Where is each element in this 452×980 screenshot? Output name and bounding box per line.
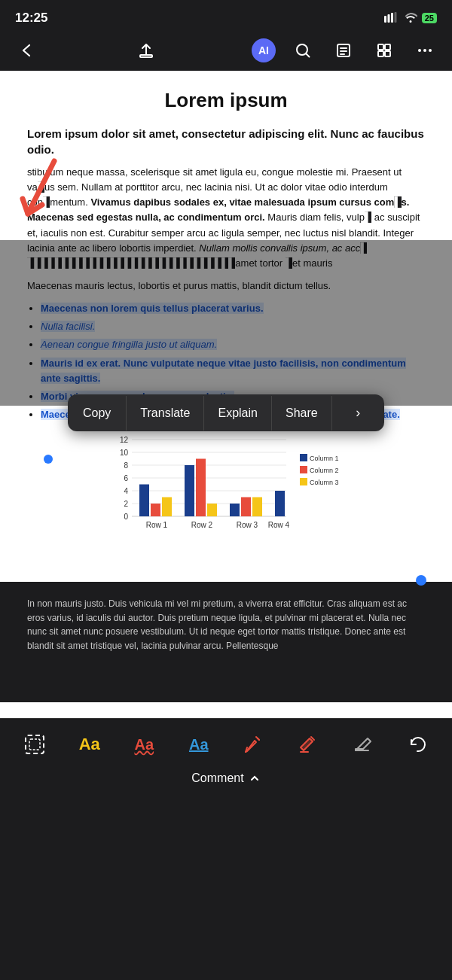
svg-text:Row 2: Row 2 xyxy=(191,521,213,529)
highlighter-tool[interactable] xyxy=(292,728,325,761)
doc-title: Lorem ipsum xyxy=(27,89,425,112)
chart-svg: 12 10 8 6 4 2 0 xyxy=(113,431,339,559)
font-tools-row: Aa Aa Aa xyxy=(8,725,444,767)
toolbar-top: AI xyxy=(0,33,452,71)
share-button[interactable] xyxy=(133,42,160,59)
eraser-tool[interactable] xyxy=(346,728,379,761)
svg-rect-0 xyxy=(384,16,386,23)
svg-rect-45 xyxy=(300,454,307,461)
svg-rect-33 xyxy=(185,465,194,516)
svg-text:Column 3: Column 3 xyxy=(310,479,339,486)
status-time: 12:25 xyxy=(15,11,47,26)
dark-body-text: In non mauris justo. Duis vehicula mi ve… xyxy=(27,597,425,653)
svg-point-15 xyxy=(429,49,432,52)
svg-rect-11 xyxy=(378,51,383,56)
context-share[interactable]: Share xyxy=(272,396,332,431)
pen-icon xyxy=(243,734,264,755)
svg-text:2: 2 xyxy=(124,500,128,508)
back-button[interactable] xyxy=(14,42,41,59)
list-item: Maecenas non lorem quis tellus placerat … xyxy=(41,301,425,316)
font-style-blue[interactable]: Aa xyxy=(182,728,215,761)
svg-rect-34 xyxy=(196,459,206,517)
comment-label: Comment xyxy=(191,772,243,785)
pen-tool[interactable] xyxy=(237,728,270,761)
svg-rect-37 xyxy=(241,498,251,517)
svg-rect-2 xyxy=(391,13,393,23)
context-explain[interactable]: Explain xyxy=(204,396,271,431)
svg-rect-12 xyxy=(385,51,390,56)
svg-point-14 xyxy=(423,49,426,52)
highlighter-icon xyxy=(298,734,319,755)
svg-rect-36 xyxy=(230,504,240,516)
svg-rect-31 xyxy=(151,504,160,516)
doc-body-2: Maecenas mauris lectus, lobortis et puru… xyxy=(27,278,425,294)
svg-text:Column 2: Column 2 xyxy=(310,467,339,474)
svg-rect-49 xyxy=(300,478,307,485)
comment-bar[interactable]: Comment xyxy=(8,767,444,793)
svg-point-13 xyxy=(418,49,421,52)
context-menu: Copy Translate Explain Share › xyxy=(68,394,384,431)
list-item: Nulla facilisi. xyxy=(41,319,425,334)
list-button[interactable] xyxy=(330,42,357,59)
selection-box-icon xyxy=(25,735,44,754)
undo-icon xyxy=(407,734,428,755)
bullet-3-text: Aenean congue fringilla justo ut aliquam… xyxy=(41,339,217,350)
list-item: Mauris id ex erat. Nunc vulputate neque … xyxy=(41,356,425,386)
context-more[interactable]: › xyxy=(332,394,384,431)
svg-rect-47 xyxy=(300,466,307,473)
selection-tool[interactable] xyxy=(18,728,51,761)
battery-level: 25 xyxy=(422,13,437,23)
svg-rect-30 xyxy=(139,485,149,517)
svg-rect-39 xyxy=(275,491,285,516)
svg-rect-9 xyxy=(378,44,383,50)
svg-text:0: 0 xyxy=(124,513,128,521)
svg-text:8: 8 xyxy=(124,461,128,470)
comment-chevron-icon xyxy=(249,772,261,784)
undo-tool[interactable] xyxy=(401,728,434,761)
doc-body-1: stibulum neque massa, scelerisque sit am… xyxy=(27,165,425,271)
context-translate[interactable]: Translate xyxy=(127,396,204,431)
svg-text:12: 12 xyxy=(120,436,129,444)
bullet-1-text: Maecenas non lorem quis tellus placerat … xyxy=(41,303,264,314)
ai-button[interactable]: AI xyxy=(252,38,276,62)
toolbar-icons-right: AI xyxy=(252,38,438,62)
eraser-icon xyxy=(352,734,373,755)
doc-heading: Lorem ipsum dolor sit amet, consectetur … xyxy=(27,126,425,157)
status-icons: 25 xyxy=(384,12,437,25)
svg-rect-1 xyxy=(387,14,389,23)
list-item: Aenean congue fringilla justo ut aliquam… xyxy=(41,337,425,352)
svg-text:6: 6 xyxy=(124,474,128,482)
selection-handle-left[interactable] xyxy=(44,455,53,464)
bullet-2-text: Nulla facilisi. xyxy=(41,321,95,332)
font-blue-label: Aa xyxy=(189,736,209,753)
font-red-label: Aa xyxy=(134,736,154,753)
svg-text:Row 1: Row 1 xyxy=(146,521,168,529)
selection-handle-right[interactable] xyxy=(416,575,426,586)
chart-container: 12 10 8 6 4 2 0 xyxy=(113,431,339,559)
status-bar: 12:25 25 xyxy=(0,0,452,33)
svg-text:Column 1: Column 1 xyxy=(310,455,339,462)
grid-button[interactable] xyxy=(371,42,398,59)
more-button[interactable] xyxy=(411,42,438,59)
font-style-yellow[interactable]: Aa xyxy=(73,728,106,761)
doc-content: Lorem ipsum Lorem ipsum dolor sit amet, … xyxy=(0,71,452,582)
signal-icon xyxy=(384,12,399,25)
svg-text:4: 4 xyxy=(124,487,128,495)
svg-rect-35 xyxy=(207,504,217,516)
document-area: Copy Translate Explain Share › Lorem ips… xyxy=(0,71,452,718)
bullet-4-text: Mauris id ex erat. Nunc vulputate neque … xyxy=(41,358,406,384)
svg-rect-51 xyxy=(29,739,40,750)
svg-rect-10 xyxy=(385,44,390,50)
wifi-icon xyxy=(404,12,417,25)
svg-rect-38 xyxy=(252,498,262,517)
font-yellow-label: Aa xyxy=(79,735,100,754)
svg-rect-3 xyxy=(394,12,396,23)
search-button[interactable] xyxy=(289,42,316,59)
svg-text:Row 3: Row 3 xyxy=(237,521,258,529)
context-copy[interactable]: Copy xyxy=(68,396,127,431)
dark-section: In non mauris justo. Duis vehicula mi ve… xyxy=(0,582,452,702)
svg-text:Row 4: Row 4 xyxy=(268,521,290,529)
bottom-toolbar: Aa Aa Aa xyxy=(0,718,452,796)
font-style-red[interactable]: Aa xyxy=(127,728,160,761)
svg-rect-32 xyxy=(162,498,172,517)
